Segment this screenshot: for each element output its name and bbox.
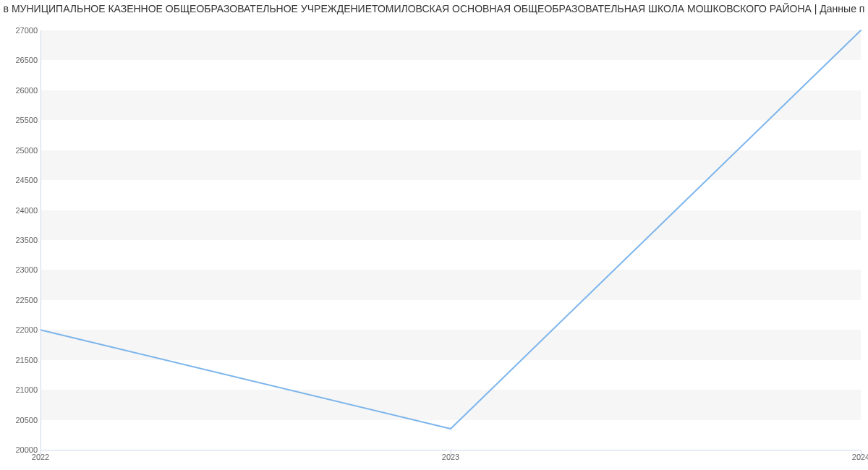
y-tick-label: 22500 — [4, 296, 38, 304]
y-tick-label: 25500 — [4, 116, 38, 124]
y-tick-label: 20500 — [4, 416, 38, 424]
y-tick-label: 22000 — [4, 325, 38, 334]
y-tick-label: 24000 — [4, 206, 38, 215]
x-axis-tick — [41, 450, 41, 457]
y-axis-line — [41, 30, 41, 450]
y-tick-label: 24500 — [4, 176, 38, 184]
y-tick-label: 26500 — [4, 56, 38, 64]
x-axis-tick — [451, 450, 451, 457]
y-tick-label: 27000 — [4, 26, 38, 35]
line-series — [41, 30, 861, 450]
y-tick-label: 23000 — [4, 265, 38, 274]
plot-area — [41, 30, 861, 450]
y-tick-label: 23500 — [4, 236, 38, 244]
chart-container: в МУНИЦИПАЛЬНОЕ КАЗЕННОЕ ОБЩЕОБРАЗОВАТЕЛ… — [0, 0, 868, 470]
y-tick-label: 25000 — [4, 146, 38, 155]
data-line — [41, 30, 861, 429]
chart-title: в МУНИЦИПАЛЬНОЕ КАЗЕННОЕ ОБЩЕОБРАЗОВАТЕЛ… — [0, 3, 868, 14]
y-tick-label: 21000 — [4, 385, 38, 394]
y-tick-label: 26000 — [4, 86, 38, 95]
x-tick-label: 2024 — [852, 453, 868, 461]
y-tick-label: 21500 — [4, 356, 38, 364]
x-axis-tick — [861, 450, 861, 457]
